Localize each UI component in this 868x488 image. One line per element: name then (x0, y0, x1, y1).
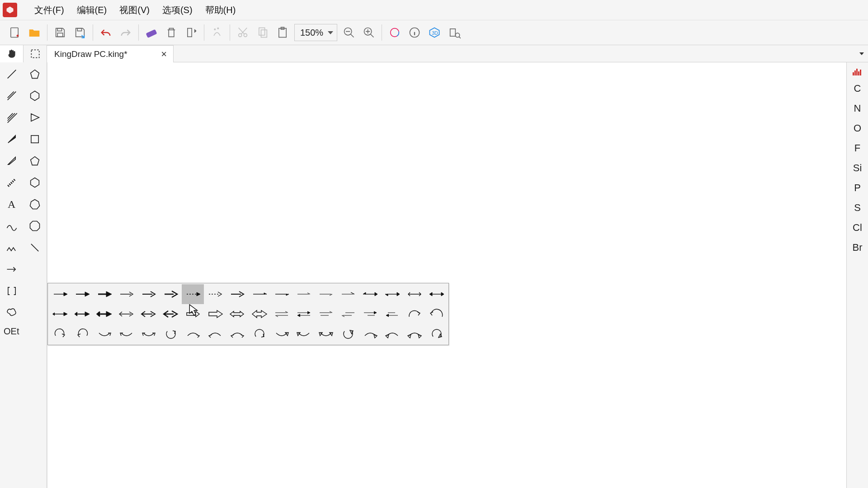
hash-bond-tool[interactable] (0, 172, 24, 193)
hexagon-tool[interactable] (24, 85, 47, 107)
arrow-r2-c1[interactable] (49, 304, 71, 324)
arrow-r2-c17[interactable] (403, 304, 425, 324)
wedge-open-tool[interactable] (0, 150, 24, 172)
clean-button[interactable] (207, 23, 227, 42)
arrow-r3-c14[interactable] (337, 324, 359, 344)
eraser-button[interactable] (142, 23, 161, 42)
arrow-r2-c8[interactable] (204, 304, 226, 324)
arrow-r3-c2[interactable] (71, 324, 93, 344)
undo-button[interactable] (96, 23, 116, 42)
arrow-r3-c12[interactable] (292, 324, 315, 344)
arrow-r2-c11[interactable] (270, 304, 292, 324)
arrow-r3-c8[interactable] (204, 324, 226, 344)
arrow-r1-c12[interactable] (292, 284, 315, 304)
arrow-r3-c16[interactable] (381, 324, 403, 344)
element-O[interactable]: O (847, 118, 868, 138)
element-C[interactable]: C (847, 79, 868, 99)
menu-help[interactable]: 帮助(H) (199, 1, 242, 19)
arrow-r3-c4[interactable] (115, 324, 137, 344)
element-F[interactable]: F (847, 138, 868, 158)
menu-options[interactable]: 选项(S) (156, 1, 199, 19)
cut-button[interactable] (233, 23, 253, 42)
wedge-tool[interactable] (0, 128, 24, 150)
arrow-r3-c5[interactable] (137, 324, 160, 344)
curve-tool[interactable] (0, 215, 24, 237)
hand-tool[interactable] (0, 45, 24, 62)
arrow-r1-c11[interactable] (270, 284, 292, 304)
arrow-r2-c6[interactable] (160, 304, 182, 324)
square-tool[interactable] (24, 128, 47, 150)
arrow-r2-c3[interactable] (93, 304, 115, 324)
arrow-r3-c18[interactable] (425, 324, 448, 344)
arrow-r1-c5[interactable] (137, 284, 160, 304)
arrow-r3-c17[interactable] (403, 324, 425, 344)
document-tab[interactable]: KingDraw PC.king* × (47, 45, 174, 62)
arrow-r2-c5[interactable] (137, 304, 160, 324)
menu-file[interactable]: 文件(F) (28, 1, 71, 19)
save-button[interactable] (50, 23, 70, 42)
arrow-r2-c14[interactable] (337, 304, 359, 324)
triple-line-tool[interactable] (0, 107, 24, 128)
arrow-r3-c11[interactable] (270, 324, 292, 344)
arrow-r1-c3[interactable] (93, 284, 115, 304)
arrow-r2-c2[interactable] (71, 304, 93, 324)
arrow-r2-c15[interactable] (359, 304, 381, 324)
arrow-r2-c16[interactable] (381, 304, 403, 324)
element-N[interactable]: N (847, 99, 868, 118)
triangle-tool[interactable] (24, 107, 47, 128)
arrow-r3-c3[interactable] (93, 324, 115, 344)
pentagon2-tool[interactable] (24, 150, 47, 172)
arrow-r1-c13[interactable] (315, 284, 337, 304)
diagonal-tool[interactable] (24, 237, 47, 258)
tab-close-button[interactable]: × (159, 48, 169, 60)
arrow-r3-c6[interactable] (160, 324, 182, 344)
redo-button[interactable] (116, 23, 136, 42)
hexagon2-tool[interactable] (24, 172, 47, 193)
element-Br[interactable]: Br (847, 238, 868, 258)
zoom-dropdown[interactable]: 150% (294, 24, 337, 41)
arrow-r2-c9[interactable] (226, 304, 248, 324)
paste-button[interactable] (273, 23, 292, 42)
element-Cl[interactable]: Cl (847, 218, 868, 238)
open-file-button[interactable] (24, 23, 44, 42)
arrow-tool[interactable] (0, 258, 24, 280)
arrow-r3-c9[interactable] (226, 324, 248, 344)
menu-view[interactable]: 视图(V) (113, 1, 156, 19)
periodic-icon[interactable] (847, 65, 868, 79)
element-P[interactable]: P (847, 178, 868, 198)
arrow-r2-c4[interactable] (115, 304, 137, 324)
arrow-r3-c15[interactable] (359, 324, 381, 344)
arrow-r2-c18[interactable] (425, 304, 448, 324)
arrow-r1-c2[interactable] (71, 284, 93, 304)
element-Si[interactable]: Si (847, 158, 868, 178)
line-tool[interactable] (0, 63, 24, 85)
delete-button[interactable] (161, 23, 181, 42)
arrow-r3-c1[interactable] (49, 324, 71, 344)
arrow-r2-c7[interactable] (182, 304, 204, 324)
arrow-r1-c1[interactable] (49, 284, 71, 304)
bracket-tool[interactable] (0, 280, 24, 302)
info-button[interactable] (405, 23, 425, 42)
tabrow-more-button[interactable] (855, 45, 868, 62)
octagon-tool[interactable] (24, 215, 47, 237)
color-ring-button[interactable] (385, 23, 405, 42)
arrow-r1-c16[interactable] (381, 284, 403, 304)
heptagon-tool[interactable] (24, 193, 47, 215)
arrow-r1-c10[interactable] (248, 284, 270, 304)
arrow-r2-c10[interactable] (248, 304, 270, 324)
arrow-r1-c17[interactable] (403, 284, 425, 304)
arrow-r1-c7-dashed[interactable] (182, 284, 204, 304)
marquee-tool[interactable] (24, 45, 47, 62)
arrow-r1-c8[interactable] (204, 284, 226, 304)
arrow-r3-c10[interactable] (248, 324, 270, 344)
zoom-out-button[interactable] (339, 23, 359, 42)
double-line-tool[interactable] (0, 85, 24, 107)
zoom-in-button[interactable] (359, 23, 379, 42)
menu-edit[interactable]: 编辑(E) (71, 1, 113, 19)
arrow-r2-c13[interactable] (315, 304, 337, 324)
arrow-r3-c7[interactable] (182, 324, 204, 344)
arrow-r1-c18[interactable] (425, 284, 448, 304)
arrow-r1-c15[interactable] (359, 284, 381, 304)
oet-tool[interactable]: OEt (0, 324, 47, 339)
new-file-button[interactable] (5, 23, 24, 42)
